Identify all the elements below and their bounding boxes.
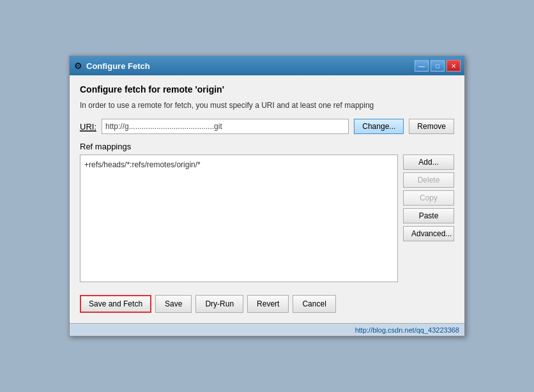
dialog-content: Configure fetch for remote 'origin' In o… bbox=[70, 75, 464, 323]
uri-row: URI: Change... Remove bbox=[80, 119, 454, 134]
title-bar-left: ⚙ Configure Fetch bbox=[73, 61, 150, 71]
ref-buttons: Add... Delete Copy Paste Advanced... bbox=[403, 155, 454, 282]
save-button[interactable]: Save bbox=[155, 295, 192, 313]
section-title: Configure fetch for remote 'origin' bbox=[80, 84, 454, 94]
restore-button[interactable]: □ bbox=[431, 60, 445, 72]
ref-mappings-box[interactable]: +refs/heads/*:refs/remotes/origin/* bbox=[80, 155, 398, 282]
uri-label: URI: bbox=[80, 122, 96, 132]
configure-fetch-dialog: ⚙ Configure Fetch — □ ✕ Configure fetch … bbox=[69, 56, 465, 336]
minimize-button[interactable]: — bbox=[415, 60, 429, 72]
title-bar-controls: — □ ✕ bbox=[415, 60, 461, 72]
description: In order to use a remote for fetch, you … bbox=[80, 100, 454, 111]
window-icon: ⚙ bbox=[73, 61, 82, 70]
window-title: Configure Fetch bbox=[86, 61, 150, 71]
copy-button[interactable]: Copy bbox=[403, 190, 454, 206]
delete-button[interactable]: Delete bbox=[403, 172, 454, 188]
save-and-fetch-button[interactable]: Save and Fetch bbox=[80, 295, 151, 313]
ref-mappings-label: Ref mappings bbox=[80, 142, 454, 151]
revert-button[interactable]: Revert bbox=[247, 295, 289, 313]
status-bar: http://blog.csdn.net/qq_43223368 bbox=[70, 323, 464, 336]
footer-buttons: Save and Fetch Save Dry-Run Revert Cance… bbox=[80, 290, 454, 315]
title-bar: ⚙ Configure Fetch — □ ✕ bbox=[70, 56, 464, 75]
remove-button[interactable]: Remove bbox=[409, 119, 454, 134]
advanced-button[interactable]: Advanced... bbox=[403, 226, 454, 241]
paste-button[interactable]: Paste bbox=[403, 208, 454, 223]
status-url: http://blog.csdn.net/qq_43223368 bbox=[355, 326, 459, 334]
add-button[interactable]: Add... bbox=[403, 155, 454, 170]
uri-input[interactable] bbox=[102, 119, 349, 134]
cancel-button[interactable]: Cancel bbox=[293, 295, 335, 313]
change-button[interactable]: Change... bbox=[354, 119, 404, 134]
close-button[interactable]: ✕ bbox=[446, 60, 461, 72]
ref-mappings-area: +refs/heads/*:refs/remotes/origin/* Add.… bbox=[80, 155, 454, 282]
dry-run-button[interactable]: Dry-Run bbox=[195, 295, 243, 313]
ref-mapping-entry: +refs/heads/*:refs/remotes/origin/* bbox=[84, 159, 393, 170]
